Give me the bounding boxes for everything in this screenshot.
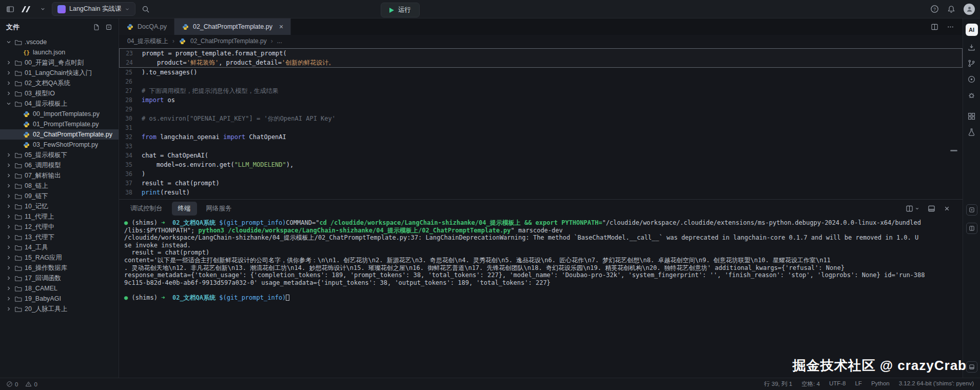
code-line-32[interactable]: 32from langchain_openai import ChatOpenA… <box>119 132 963 142</box>
deploy-icon[interactable] <box>967 43 976 52</box>
marscode-logo[interactable] <box>21 5 34 13</box>
code-line-26[interactable]: 26 <box>119 77 963 86</box>
tab-terminal[interactable]: 终端 <box>172 202 197 216</box>
tree-folder-06_调用模型[interactable]: 06_调用模型 <box>0 160 119 170</box>
tree-folder-16_操作数据库[interactable]: 16_操作数据库 <box>0 263 119 273</box>
maximize-panel-icon[interactable] <box>928 205 935 212</box>
code-line-35[interactable]: 35 model=os.environ.get("LLM_MODELEND"), <box>119 160 963 169</box>
tree-folder-20_人脉工具上[interactable]: 20_人脉工具上 <box>0 304 119 314</box>
tree-folder-12_代理中[interactable]: 12_代理中 <box>0 222 119 232</box>
tree-folder-03_模型IO[interactable]: 03_模型IO <box>0 88 119 99</box>
live-preview-icon[interactable] <box>967 75 976 84</box>
open-preview-icon[interactable] <box>966 204 977 216</box>
extensions-icon[interactable] <box>967 112 976 121</box>
top-bar: LangChain 实战课 运行 ? <box>0 0 980 18</box>
code-line-33[interactable]: 33 <box>119 142 963 151</box>
tree-folder-00_开篇词_奇点时刻[interactable]: 00_开篇词_奇点时刻 <box>0 57 119 68</box>
encoding[interactable]: UTF-8 <box>829 380 846 388</box>
scrollbar-marker[interactable] <box>950 150 957 151</box>
tree-file-02_ChatPromptTemplate.py[interactable]: 02_ChatPromptTemplate.py <box>0 129 119 140</box>
tree-item-label: 03_FewShotPrompt.py <box>33 141 98 148</box>
chevron-right-icon <box>5 285 12 291</box>
code-line-38[interactable]: 38print(result) <box>119 188 963 197</box>
more-actions-icon[interactable] <box>947 23 954 31</box>
python-interpreter[interactable]: 3.12.2 64-bit ('shims': pyenv) <box>899 380 974 388</box>
breadcrumb-folder[interactable]: 04_提示模板上 <box>127 37 168 46</box>
tab-actions <box>931 18 963 35</box>
code-line-29[interactable]: 29 <box>119 105 963 114</box>
cursor-position[interactable]: 行 39, 列 1 <box>764 380 792 388</box>
tree-folder-05_提示模板下[interactable]: 05_提示模板下 <box>0 150 119 160</box>
tree-file-00_ImportTemplates.py[interactable]: 00_ImportTemplates.py <box>0 109 119 119</box>
tree-file-launch.json[interactable]: {}launch.json <box>0 47 119 57</box>
tree-folder-01_LangChain快速入门[interactable]: 01_LangChain快速入门 <box>0 68 119 78</box>
warnings-indicator[interactable]: 0 <box>25 381 37 387</box>
split-editor-icon[interactable] <box>931 23 938 31</box>
new-file-icon[interactable] <box>93 24 100 31</box>
eol-sequence[interactable]: LF <box>855 380 861 388</box>
chevron-right-icon <box>5 306 12 312</box>
close-panel-icon[interactable] <box>944 205 950 212</box>
tree-folder-17_回调函数[interactable]: 17_回调函数 <box>0 273 119 283</box>
code-line-36[interactable]: 36) <box>119 169 963 179</box>
panel-layout-icon[interactable] <box>906 205 919 212</box>
bottom-panel-toggle-icon[interactable] <box>966 361 977 373</box>
test-beaker-icon[interactable] <box>967 128 976 136</box>
tree-folder-14_工具[interactable]: 14_工具 <box>0 242 119 252</box>
tree-folder-02_文档QA系统[interactable]: 02_文档QA系统 <box>0 78 119 88</box>
tree-folder-18_CAMEL[interactable]: 18_CAMEL <box>0 283 119 294</box>
tree-folder-04_提示模板上[interactable]: 04_提示模板上 <box>0 99 119 109</box>
collapse-folders-icon[interactable] <box>105 24 112 31</box>
close-tab-icon[interactable]: × <box>279 23 283 30</box>
tree-folder-15_RAG应用[interactable]: 15_RAG应用 <box>0 252 119 263</box>
sidebar-toggle-icon[interactable] <box>6 5 14 13</box>
help-icon[interactable]: ? <box>930 5 939 13</box>
ai-assistant-icon[interactable]: AI <box>966 24 978 36</box>
terminal-line: /libs:$PYTHONPATH"; python3 /cloudide/wo… <box>124 227 949 235</box>
workspace-badge[interactable]: LangChain 实战课 <box>52 2 135 16</box>
language-mode[interactable]: Python <box>871 380 890 388</box>
terminal-line: result = chat(prompt) <box>124 249 949 257</box>
tree-file-01_PromptTemplate.py[interactable]: 01_PromptTemplate.py <box>0 119 119 129</box>
source-control-icon[interactable] <box>967 59 976 68</box>
terminal-output[interactable]: ● (shims) ➜ 02_文档QA系统 $(git_prompt_info)… <box>119 217 963 378</box>
breadcrumb-symbol[interactable]: ... <box>277 37 282 45</box>
tree-file-03_FewShotPrompt.py[interactable]: 03_FewShotPrompt.py <box>0 140 119 150</box>
code-line-31[interactable]: 31 <box>119 123 963 132</box>
code-line-37[interactable]: 37result = chat(prompt) <box>119 179 963 188</box>
tree-folder-13_代理下[interactable]: 13_代理下 <box>0 232 119 242</box>
user-avatar[interactable] <box>964 4 975 15</box>
indentation[interactable]: 空格: 4 <box>801 380 820 388</box>
code-editor[interactable]: 23prompt = prompt_template.format_prompt… <box>119 47 963 199</box>
search-icon[interactable] <box>142 5 150 13</box>
code-line-23[interactable]: 23prompt = prompt_template.format_prompt… <box>120 49 962 58</box>
tree-folder-07_解析输出[interactable]: 07_解析输出 <box>0 170 119 181</box>
tab-docqa[interactable]: DocQA.py <box>119 18 174 35</box>
tab-chatprompttemplate[interactable]: 02_ChatPromptTemplate.py × <box>174 18 291 35</box>
debug-bug-icon[interactable] <box>967 91 976 100</box>
tab-network-service[interactable]: 网络服务 <box>200 202 238 216</box>
tab-debug-console[interactable]: 调试控制台 <box>124 202 169 216</box>
code-line-24[interactable]: 24 product='鲜花装饰', product_detail='创新的鲜花… <box>120 58 962 67</box>
code-line-30[interactable]: 30# os.environ["OPENAI_API_KEY"] = '你的Op… <box>119 114 963 123</box>
line-number: 35 <box>119 160 142 169</box>
split-terminal-icon[interactable] <box>966 223 977 234</box>
folder-icon <box>14 100 22 108</box>
tree-folder-09_链下[interactable]: 09_链下 <box>0 191 119 201</box>
tree-folder-08_链上[interactable]: 08_链上 <box>0 181 119 191</box>
tree-folder-.vscode[interactable]: .vscode <box>0 37 119 47</box>
errors-indicator[interactable]: 0 <box>6 381 18 387</box>
code-line-25[interactable]: 25).to_messages() <box>119 68 963 77</box>
tree-folder-10_记忆[interactable]: 10_记忆 <box>0 201 119 211</box>
tree-folder-11_代理上[interactable]: 11_代理上 <box>0 211 119 222</box>
breadcrumb-file[interactable]: 02_ChatPromptTemplate.py <box>190 37 267 45</box>
tree-folder-19_BabyAGI[interactable]: 19_BabyAGI <box>0 294 119 304</box>
chevron-down-icon <box>5 101 12 107</box>
notifications-bell-icon[interactable] <box>947 5 955 13</box>
folder-icon <box>14 285 22 292</box>
code-line-34[interactable]: 34chat = ChatOpenAI( <box>119 151 963 160</box>
run-button[interactable]: 运行 <box>381 3 420 17</box>
code-line-28[interactable]: 28import os <box>119 95 963 105</box>
logo-menu-chevron-icon[interactable] <box>40 6 46 12</box>
code-line-27[interactable]: 27# 下面调用模型，把提示消息传入模型，生成结果 <box>119 86 963 95</box>
